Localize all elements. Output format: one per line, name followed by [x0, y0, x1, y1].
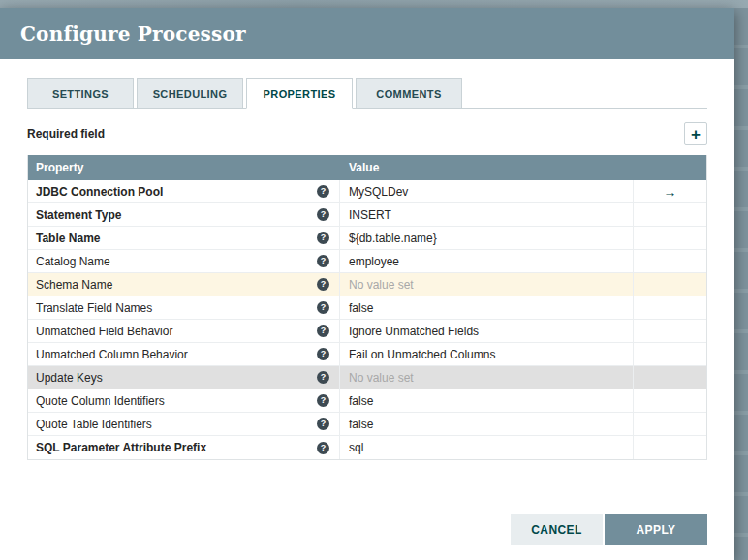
property-value[interactable]: No value set [340, 273, 634, 296]
property-value[interactable]: Fail on Unmatched Columns [340, 343, 634, 365]
help-icon[interactable]: ? [317, 232, 329, 244]
table-row[interactable]: Unmatched Field Behavior ? Ignore Unmatc… [28, 320, 706, 343]
configure-processor-dialog: Configure Processor SETTINGS SCHEDULING … [0, 8, 734, 560]
property-name: SQL Parameter Attribute Prefix [36, 441, 206, 454]
property-name: Unmatched Field Behavior [36, 325, 172, 338]
property-cell: Update Keys ? [28, 366, 340, 389]
tab-label: PROPERTIES [264, 88, 336, 100]
property-value[interactable]: ${db.table.name} [340, 227, 634, 249]
help-icon[interactable]: ? [317, 301, 329, 314]
help-icon[interactable]: ? [317, 394, 329, 407]
background-canvas-right [734, 8, 748, 560]
property-value[interactable]: Ignore Unmatched Fields [340, 320, 634, 342]
required-field-label: Required field [27, 127, 105, 140]
table-row[interactable]: Quote Table Identifiers ? false [28, 413, 706, 436]
properties-table: Property Value JDBC Connection Pool ? My… [27, 155, 707, 460]
properties-toolbar: Required field + [27, 121, 707, 146]
column-header-property: Property [28, 161, 340, 174]
property-cell: SQL Parameter Attribute Prefix ? [28, 436, 340, 459]
tab-label: SCHEDULING [153, 88, 228, 100]
table-row[interactable]: Catalog Name ? employee [28, 250, 706, 273]
tab-scheduling[interactable]: SCHEDULING [137, 78, 243, 108]
plus-icon: + [691, 126, 701, 142]
property-cell: JDBC Connection Pool ? [28, 180, 340, 202]
property-cell: Unmatched Field Behavior ? [28, 320, 340, 342]
property-name: Catalog Name [36, 255, 110, 268]
help-icon[interactable]: ? [317, 185, 329, 198]
property-value[interactable]: false [340, 413, 634, 435]
table-row[interactable]: Schema Name ? No value set [28, 273, 706, 296]
property-name: Schema Name [36, 278, 112, 292]
column-header-value: Value [340, 161, 633, 174]
tab-properties[interactable]: PROPERTIES [246, 78, 353, 109]
help-icon[interactable]: ? [317, 255, 329, 267]
help-icon[interactable]: ? [317, 442, 329, 454]
table-row[interactable]: Quote Column Identifiers ? false [28, 389, 706, 413]
dialog-body: SETTINGS SCHEDULING PROPERTIES COMMENTS … [0, 59, 734, 560]
tab-bar: SETTINGS SCHEDULING PROPERTIES COMMENTS [27, 78, 707, 109]
help-icon[interactable]: ? [317, 325, 329, 337]
help-icon[interactable]: ? [317, 371, 329, 384]
property-name: Statement Type [36, 208, 121, 222]
table-header-row: Property Value [28, 155, 706, 180]
property-name: Table Name [36, 232, 100, 245]
cancel-button[interactable]: CANCEL [511, 514, 603, 545]
property-cell: Quote Column Identifiers ? [28, 389, 340, 412]
dialog-footer: CANCEL APPLY [27, 514, 707, 560]
property-value[interactable]: sql [340, 436, 634, 459]
help-icon[interactable]: ? [317, 278, 329, 291]
property-name: Quote Table Identifiers [36, 418, 152, 431]
property-cell: Schema Name ? [28, 273, 340, 296]
table-row[interactable]: JDBC Connection Pool ? MySQLDev → [28, 180, 706, 203]
table-row[interactable]: Statement Type ? INSERT [28, 203, 706, 227]
add-property-button[interactable]: + [684, 122, 707, 145]
tab-comments[interactable]: COMMENTS [356, 78, 462, 108]
property-cell: Statement Type ? [28, 203, 340, 226]
table-row[interactable]: Table Name ? ${db.table.name} [28, 227, 706, 250]
property-cell: Quote Table Identifiers ? [28, 413, 340, 435]
help-icon[interactable]: ? [317, 208, 329, 221]
table-row[interactable]: Translate Field Names ? false [28, 296, 706, 320]
property-value[interactable]: No value set [340, 366, 634, 389]
property-name: Quote Column Identifiers [36, 394, 165, 408]
help-icon[interactable]: ? [317, 418, 329, 430]
dialog-header: Configure Processor [0, 8, 734, 59]
property-cell: Unmatched Column Behavior ? [28, 343, 340, 365]
help-icon[interactable]: ? [317, 348, 329, 360]
table-row[interactable]: SQL Parameter Attribute Prefix ? sql [28, 436, 706, 459]
property-value[interactable]: employee [340, 250, 634, 272]
property-value[interactable]: false [340, 296, 634, 319]
property-name: Unmatched Column Behavior [36, 348, 188, 361]
tab-label: SETTINGS [52, 88, 109, 100]
table-row[interactable]: Update Keys ? No value set [28, 366, 706, 389]
apply-button[interactable]: APPLY [605, 514, 707, 545]
property-name: JDBC Connection Pool [36, 185, 163, 199]
property-value[interactable]: MySQLDev [340, 180, 634, 202]
go-to-service-icon[interactable]: → [634, 180, 706, 202]
property-name: Translate Field Names [36, 301, 152, 315]
property-cell: Translate Field Names ? [28, 296, 340, 319]
property-cell: Table Name ? [28, 227, 340, 249]
table-row[interactable]: Unmatched Column Behavior ? Fail on Unma… [28, 343, 706, 366]
property-cell: Catalog Name ? [28, 250, 340, 272]
background-canvas-top [0, 0, 748, 8]
properties-table-body: JDBC Connection Pool ? MySQLDev → Statem… [28, 180, 706, 459]
tab-settings[interactable]: SETTINGS [27, 78, 134, 108]
property-name: Update Keys [36, 371, 103, 385]
property-value[interactable]: INSERT [340, 203, 634, 226]
dialog-title: Configure Processor [20, 22, 714, 46]
property-value[interactable]: false [340, 389, 634, 412]
tab-label: COMMENTS [376, 88, 441, 100]
